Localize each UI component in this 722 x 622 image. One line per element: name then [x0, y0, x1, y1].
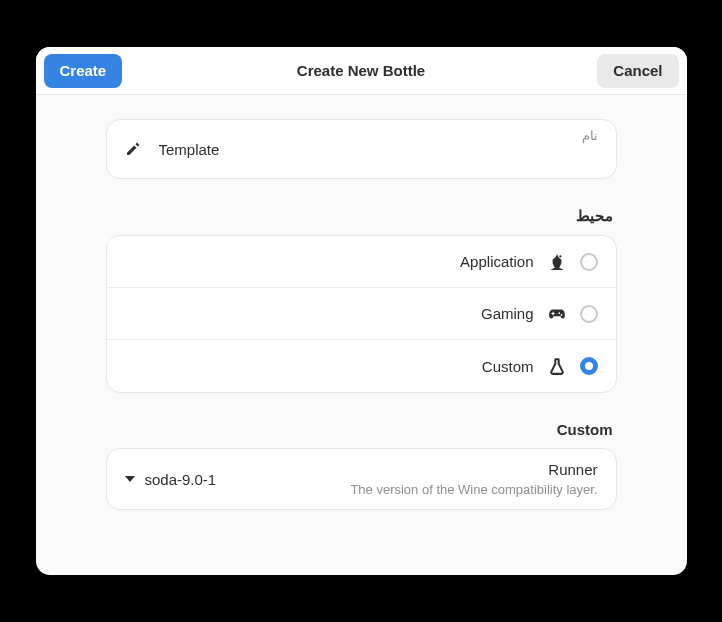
radio-unchecked[interactable] — [580, 305, 598, 323]
create-button[interactable]: Create — [44, 54, 123, 88]
cancel-button[interactable]: Cancel — [597, 54, 678, 88]
pencil-icon — [125, 141, 141, 157]
custom-list: soda-9.0-1 Runner The version of the Win… — [106, 448, 617, 510]
name-label: نام — [582, 128, 598, 143]
name-input[interactable] — [159, 141, 598, 158]
gamepad-icon — [548, 305, 566, 323]
content-area: نام محیط Application Gaming Custom — [36, 95, 687, 575]
chevron-down-icon — [125, 476, 135, 482]
runner-row[interactable]: soda-9.0-1 Runner The version of the Win… — [107, 449, 616, 509]
runner-title: Runner — [350, 461, 597, 478]
env-option-application[interactable]: Application — [107, 236, 616, 288]
radio-checked[interactable] — [580, 357, 598, 375]
env-option-custom[interactable]: Custom — [107, 340, 616, 392]
custom-section-label: Custom — [106, 421, 613, 438]
env-option-gaming[interactable]: Gaming — [107, 288, 616, 340]
titlebar: Create Create New Bottle Cancel — [36, 47, 687, 95]
application-icon — [548, 253, 566, 271]
env-option-label: Custom — [482, 358, 534, 375]
radio-unchecked[interactable] — [580, 253, 598, 271]
environment-section-label: محیط — [106, 207, 613, 225]
dialog-title: Create New Bottle — [36, 62, 687, 79]
name-field[interactable]: نام — [106, 119, 617, 179]
svg-point-0 — [559, 255, 561, 257]
environment-list: Application Gaming Custom — [106, 235, 617, 393]
runner-subtitle: The version of the Wine compatibility la… — [350, 482, 597, 497]
runner-value: soda-9.0-1 — [145, 471, 217, 488]
dialog-window: Create Create New Bottle Cancel نام محیط… — [36, 47, 687, 575]
env-option-label: Application — [460, 253, 533, 270]
flask-icon — [548, 357, 566, 375]
env-option-label: Gaming — [481, 305, 534, 322]
runner-dropdown[interactable]: soda-9.0-1 — [125, 471, 217, 488]
